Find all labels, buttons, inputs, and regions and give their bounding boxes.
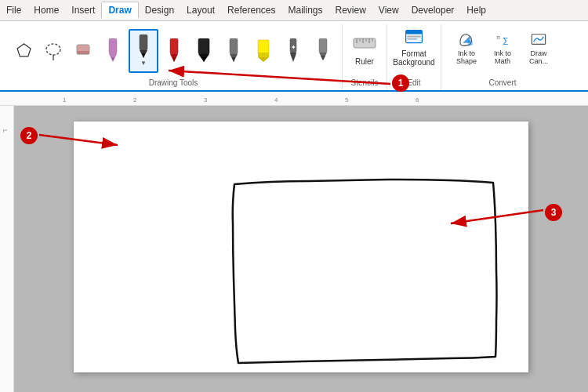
drawn-content [74, 122, 528, 372]
svg-point-0 [46, 44, 60, 55]
svg-text:π: π [496, 33, 500, 41]
eraser-icon [74, 38, 93, 64]
ruler-label: Ruler [355, 57, 374, 66]
draw-canvas-button[interactable]: Draw Can... [521, 27, 556, 68]
ink-to-math-icon: π ∑ [492, 31, 514, 48]
ink-to-shape-label: Ink to Shape [456, 49, 477, 65]
drawing-tools-label: Drawing Tools [149, 75, 198, 89]
document-page[interactable] [74, 122, 528, 372]
menu-home[interactable]: Home [27, 2, 65, 18]
select-tool-button[interactable]: ⬠ [9, 29, 38, 73]
menu-mailings[interactable]: Mailings [281, 2, 328, 18]
ruler-ticks: 1 2 3 4 5 6 [47, 92, 588, 105]
pen4-icon [194, 38, 213, 64]
draw-canvas-label: Draw Can... [529, 49, 548, 65]
ink-to-shape-button[interactable]: Ink to Shape [449, 27, 484, 68]
menu-insert[interactable]: Insert [65, 2, 101, 18]
format-background-icon [402, 29, 426, 48]
menu-review[interactable]: Review [329, 2, 372, 18]
menu-help[interactable]: Help [460, 2, 492, 18]
menu-draw[interactable]: Draw [101, 2, 138, 19]
pen1-icon [103, 38, 122, 64]
select-icon: ⬠ [14, 38, 33, 64]
ink-to-shape-icon [456, 31, 477, 48]
stencils-label: Stencils [350, 75, 378, 89]
pen5-icon [224, 38, 243, 64]
menu-design[interactable]: Design [139, 2, 180, 18]
pen1-button[interactable] [99, 29, 127, 73]
pen7-button[interactable]: ✦ [279, 29, 307, 73]
pen3-button[interactable] [160, 29, 188, 73]
drawing-tools-group: ⬠ [5, 24, 343, 90]
menu-bar: File Home Insert Draw Design Layout Refe… [0, 0, 588, 21]
svg-rect-14 [198, 38, 209, 54]
menu-file[interactable]: File [0, 2, 27, 18]
svg-rect-17 [230, 38, 238, 54]
svg-rect-41 [468, 41, 473, 45]
stencils-group: Ruler Stencils [343, 24, 387, 90]
draw-canvas-icon [528, 31, 550, 48]
convert-buttons: Ink to Shape π ∑ Ink to Math Dra [446, 26, 559, 70]
format-background-button[interactable]: Format Background [392, 26, 436, 70]
edit-group: Format Background Edit [387, 24, 441, 90]
svg-rect-8 [140, 34, 147, 50]
pen8-button[interactable] [309, 29, 337, 73]
page-container[interactable] [14, 106, 588, 392]
convert-label: Convert [488, 75, 516, 89]
ink-to-math-button[interactable]: π ∑ Ink to Math [485, 27, 520, 68]
edit-label: Edit [407, 75, 420, 89]
pen6-icon [254, 38, 273, 64]
menu-layout[interactable]: Layout [180, 2, 221, 18]
svg-rect-20 [258, 40, 269, 54]
left-ruler: L [0, 106, 14, 392]
convert-row: Ink to Shape π ∑ Ink to Math Dra [449, 27, 556, 68]
convert-group: Ink to Shape π ∑ Ink to Math Dra [441, 24, 564, 90]
pen2-icon [134, 34, 153, 60]
svg-text:∑: ∑ [503, 36, 508, 45]
pen6-button[interactable] [249, 29, 278, 73]
ruler-button[interactable]: Ruler [347, 26, 382, 70]
ink-to-math-label: Ink to Math [494, 49, 511, 65]
ruler-bar: 1 2 3 4 5 6 [0, 92, 588, 106]
tool-buttons: ⬠ [9, 26, 337, 75]
svg-marker-28 [321, 56, 325, 60]
svg-rect-21 [258, 53, 269, 57]
menu-view[interactable]: View [372, 2, 405, 18]
pen2-button[interactable]: ▼ [129, 29, 158, 73]
menu-developer[interactable]: Developer [405, 2, 461, 18]
eraser-button[interactable] [69, 29, 97, 73]
svg-rect-38 [407, 36, 421, 38]
pen4-button[interactable] [190, 29, 218, 73]
svg-marker-22 [258, 57, 269, 62]
pen8-icon [314, 38, 332, 64]
menu-references[interactable]: References [221, 2, 281, 18]
svg-rect-39 [407, 38, 417, 40]
lasso-tool-button[interactable] [39, 29, 67, 73]
svg-marker-24 [290, 53, 296, 62]
svg-rect-3 [77, 51, 89, 54]
svg-rect-11 [170, 38, 178, 54]
pen3-icon [165, 38, 183, 64]
ribbon: ⬠ [0, 21, 588, 92]
pen5-button[interactable] [220, 29, 248, 73]
lasso-icon [44, 38, 63, 64]
svg-text:✦: ✦ [291, 44, 296, 51]
format-bg-label: Format Background [393, 49, 434, 67]
svg-rect-5 [109, 38, 117, 54]
pen7-icon: ✦ [284, 38, 303, 64]
ruler-icon [352, 31, 377, 56]
svg-rect-37 [406, 31, 423, 34]
svg-marker-16 [201, 57, 206, 62]
document-area: L [0, 106, 588, 392]
svg-rect-26 [319, 38, 327, 53]
